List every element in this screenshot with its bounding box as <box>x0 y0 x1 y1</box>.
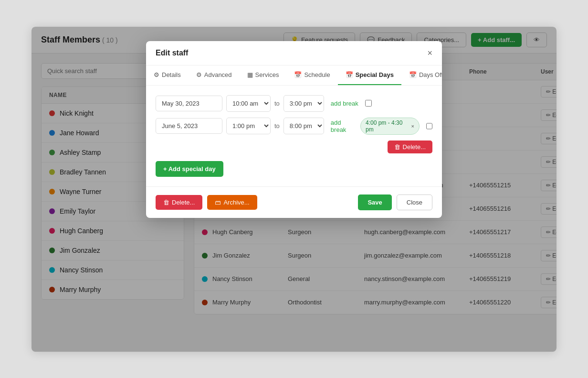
delete-staff-button[interactable]: 🗑 Delete... <box>156 195 202 210</box>
tab-details[interactable]: ⚙ Details <box>146 65 189 85</box>
modal-overlay: Edit staff × ⚙ Details ⚙ Advanced ▦ Serv… <box>32 27 556 352</box>
add-break-link[interactable]: add break <box>331 119 357 133</box>
tab-schedule[interactable]: 📅 Schedule <box>286 65 337 85</box>
delete-row-button[interactable]: 🗑 Delete... <box>388 140 432 153</box>
to-label: to <box>274 100 280 107</box>
tab-services[interactable]: ▦ Services <box>240 65 287 85</box>
add-break-link[interactable]: add break <box>331 100 358 107</box>
footer-right-actions: Save Close <box>358 194 432 210</box>
app-container: Staff Members ( 10 ) 💡 Feature requests … <box>32 27 556 352</box>
special-day-row: 10:00 am 9:00 am 11:00 am to 3:00 pm 2:0… <box>156 95 432 112</box>
edit-staff-modal: Edit staff × ⚙ Details ⚙ Advanced ▦ Serv… <box>146 41 442 218</box>
add-special-day-button[interactable]: + Add special day <box>156 161 223 177</box>
grid-icon: ▦ <box>247 71 253 78</box>
special-day-row: 1:00 pm 12:00 pm 2:00 pm to 8:00 pm 7:00… <box>156 118 432 135</box>
special-day-time-to-select[interactable]: 3:00 pm 2:00 pm 4:00 pm <box>284 95 324 112</box>
special-day-date-input[interactable] <box>156 118 222 134</box>
special-day-time-from-select[interactable]: 10:00 am 9:00 am 11:00 am <box>226 95 271 112</box>
modal-row-actions: 🗑 Delete... <box>156 140 432 153</box>
modal-header: Edit staff × <box>146 41 442 65</box>
tab-special-days[interactable]: 📅 Special Days <box>338 65 401 85</box>
footer-left-actions: 🗑 Delete... 🗃 Archive... <box>156 195 257 210</box>
modal-tabs: ⚙ Details ⚙ Advanced ▦ Services 📅 Schedu… <box>146 65 442 86</box>
special-day-checkbox[interactable] <box>365 100 372 107</box>
remove-break-button[interactable]: × <box>411 123 414 129</box>
special-day-time-from-select[interactable]: 1:00 pm 12:00 pm 2:00 pm <box>226 118 271 134</box>
trash-icon: 🗑 <box>394 143 400 151</box>
calendar-icon: 📅 <box>294 71 302 78</box>
tab-days-off[interactable]: 📅 Days Off <box>401 65 442 85</box>
save-button[interactable]: Save <box>358 194 391 210</box>
break-tag: 4:00 pm - 4:30 pm × <box>360 118 420 135</box>
modal-body: 10:00 am 9:00 am 11:00 am to 3:00 pm 2:0… <box>146 86 442 186</box>
gear-icon: ⚙ <box>154 71 159 78</box>
special-day-checkbox[interactable] <box>426 123 432 130</box>
trash-icon: 🗑 <box>163 199 169 206</box>
modal-footer: 🗑 Delete... 🗃 Archive... Save Close <box>146 186 442 218</box>
modal-title: Edit staff <box>156 49 188 57</box>
calendar-icon: 📅 <box>409 71 417 78</box>
special-day-date-input[interactable] <box>156 96 222 111</box>
special-day-time-to-select[interactable]: 8:00 pm 7:00 pm 9:00 pm <box>284 118 324 134</box>
archive-icon: 🗃 <box>215 199 221 206</box>
gear-icon: ⚙ <box>196 71 202 78</box>
close-button[interactable]: Close <box>397 194 432 210</box>
archive-staff-button[interactable]: 🗃 Archive... <box>207 195 257 210</box>
calendar-icon: 📅 <box>346 71 353 78</box>
to-label: to <box>274 122 280 130</box>
tab-advanced[interactable]: ⚙ Advanced <box>189 65 240 85</box>
modal-close-button[interactable]: × <box>427 49 432 57</box>
